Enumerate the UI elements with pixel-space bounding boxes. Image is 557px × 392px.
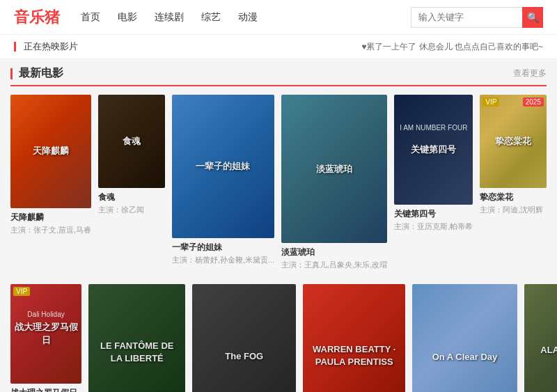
poster-cn-title: 天降麒麟 <box>15 145 88 157</box>
movie-title: 淡蓝琥珀 <box>281 246 387 258</box>
poster-inner: LE FANTÔME DE LA LIBERTÉUN FILM DE LUIS … <box>88 284 185 392</box>
section-more[interactable]: 查看更多 <box>513 68 547 79</box>
nav-movies[interactable]: 电影 <box>118 11 137 24</box>
movie-poster: 天降麒麟 <box>10 95 91 208</box>
movie-info: 天降麒麟 主演：张子文,苗逗,马睿 <box>10 212 91 235</box>
movie-cast: 主演：张子文,苗逗,马睿 <box>10 225 91 235</box>
movie-title: 天降麒麟 <box>10 212 91 224</box>
nav-series[interactable]: 连续剧 <box>155 11 184 24</box>
poster-inner: On A Clear DayBarbra Streisand · Yves Mo… <box>412 284 517 392</box>
movie-poster: The FOGBolt Your Doors, Lock Your Window… <box>192 284 296 392</box>
movie-card[interactable]: ALAIN DELONLE TOUBIB 战地军医 主演：阿兰·德龙,罗纳尔多.… <box>524 284 557 392</box>
movie-grid-row2: Dali Holiday战大理之罗马假日 VIP 战大理之罗马假日 主演：常柄字… <box>10 284 547 392</box>
vip-badge: VIP <box>13 287 30 296</box>
movie-info: 战大理之罗马假日 主演：常柄字,于荣光 <box>10 387 81 392</box>
poster-inner: WARREN BEATTY · PAULA PRENTISSTHE PARALL… <box>303 284 405 392</box>
movie-card[interactable]: 食魂 食魂 主演：徐乙闻 <box>98 95 165 270</box>
search-icon: 🔍 <box>527 12 539 23</box>
poster-cn-title: On A Clear Day <box>418 351 512 363</box>
main-nav: 首页 电影 连续剧 综艺 动漫 <box>81 11 411 24</box>
logo: 音乐猪 <box>14 7 60 28</box>
movie-cast: 主演：阿迪,沈明辉 <box>480 205 547 215</box>
movie-card[interactable]: 一辈子的姐妹 一辈子的姐妹 主演：杨蕾妤,孙金鞭,米黛贡... <box>172 95 274 270</box>
poster-inner: Dali Holiday战大理之罗马假日 <box>10 284 81 384</box>
vip-badge: VIP <box>483 97 499 107</box>
movie-poster: 挚恋棠花 VIP2025 <box>480 95 547 188</box>
banner: 正在热映影片 ♥累了一上午了 休息会儿 也点点自己喜欢的事吧~ <box>0 35 557 59</box>
movie-cast: 主演：王真儿,吕象央,朱乐,改瑁 <box>281 260 387 270</box>
movie-title: 战大理之罗马假日 <box>10 387 81 392</box>
poster-cn-title: The FOG <box>198 350 291 363</box>
nav-animation[interactable]: 动漫 <box>238 11 258 24</box>
movie-title: 挚恋棠花 <box>480 191 547 203</box>
search-box: 🔍 <box>411 7 543 28</box>
movie-grid-row1: 天降麒麟 天降麒麟 主演：张子文,苗逗,马睿 食魂 食魂 主演：徐乙闻 <box>10 95 547 270</box>
banner-title: 正在热映影片 <box>24 40 78 53</box>
search-button[interactable]: 🔍 <box>522 7 543 28</box>
movie-cast: 主演：亚历克斯,帕蒂希 <box>394 221 473 232</box>
banner-right: ♥累了一上午了 休息会儿 也点点自己喜欢的事吧~ <box>361 41 543 53</box>
poster-cn-title: 挚恋棠花 <box>483 135 543 148</box>
poster-inner: 挚恋棠花 <box>480 95 547 188</box>
poster-cn-title: 关键第四号 <box>398 143 469 156</box>
poster-inner: ALAIN DELONLE TOUBIB <box>524 284 557 392</box>
movie-card[interactable]: LE FANTÔME DE LA LIBERTÉUN FILM DE LUIS … <box>88 284 185 392</box>
poster-en-title: Dali Holiday <box>14 309 78 318</box>
poster-cn-title: WARREN BEATTY · PAULA PRENTISS <box>308 343 400 368</box>
movie-info: 挚恋棠花 主演：阿迪,沈明辉 <box>480 191 547 215</box>
movie-card[interactable]: WARREN BEATTY · PAULA PRENTISSTHE PARALL… <box>303 284 405 392</box>
poster-cn-title: 食魂 <box>102 135 162 148</box>
poster-cn-title: 战大理之罗马假日 <box>14 321 78 346</box>
poster-cn-title: LE FANTÔME DE LA LIBERTÉ <box>93 339 180 364</box>
nav-variety[interactable]: 综艺 <box>201 11 221 24</box>
movie-card[interactable]: 天降麒麟 天降麒麟 主演：张子文,苗逗,马睿 <box>10 95 91 270</box>
movie-info: 关键第四号 主演：亚历克斯,帕蒂希 <box>394 208 473 232</box>
section-header: 最新电影 查看更多 <box>10 66 547 86</box>
poster-inner: I AM NUMBER FOUR关键第四号 <box>394 95 473 205</box>
main-content: 最新电影 查看更多 天降麒麟 天降麒麟 主演：张子文,苗逗,马睿 食魂 <box>0 59 557 392</box>
movie-title: 食魂 <box>98 191 165 203</box>
movie-poster: 淡蓝琥珀 <box>281 95 387 243</box>
movie-card[interactable]: 淡蓝琥珀 淡蓝琥珀 主演：王真儿,吕象央,朱乐,改瑁 <box>281 95 387 270</box>
poster-inner: 天降麒麟 <box>10 95 91 208</box>
movie-card[interactable]: Dali Holiday战大理之罗马假日 VIP 战大理之罗马假日 主演：常柄字… <box>10 284 81 392</box>
movie-poster: Dali Holiday战大理之罗马假日 VIP <box>10 284 81 384</box>
movie-poster: On A Clear DayBarbra Streisand · Yves Mo… <box>412 284 517 392</box>
movie-poster: ALAIN DELONLE TOUBIB <box>524 284 557 392</box>
movie-card[interactable]: The FOGBolt Your Doors, Lock Your Window… <box>192 284 296 392</box>
movie-info: 淡蓝琥珀 主演：王真儿,吕象央,朱乐,改瑁 <box>281 246 387 270</box>
poster-sub-title: UN FILM DE LUIS BUNUEL <box>88 389 185 392</box>
poster-inner: 食魂 <box>98 95 165 188</box>
poster-en-title: I AM NUMBER FOUR <box>398 123 469 132</box>
poster-cn-title: 淡蓝琥珀 <box>287 162 382 175</box>
movie-card[interactable]: On A Clear DayBarbra Streisand · Yves Mo… <box>412 284 517 392</box>
movie-poster: I AM NUMBER FOUR关键第四号 <box>394 95 473 205</box>
movie-poster: 食魂 <box>98 95 165 188</box>
movie-info: 食魂 主演：徐乙闻 <box>98 191 165 215</box>
search-input[interactable] <box>411 7 522 28</box>
movie-title: 一辈子的姐妹 <box>172 242 274 253</box>
poster-cn-title: 一辈子的姐妹 <box>177 160 269 173</box>
poster-inner: The FOGBolt Your Doors, Lock Your Window… <box>192 284 296 392</box>
movie-cast: 主演：徐乙闻 <box>98 205 165 215</box>
movie-poster: LE FANTÔME DE LA LIBERTÉUN FILM DE LUIS … <box>88 284 185 392</box>
movie-cast: 主演：杨蕾妤,孙金鞭,米黛贡... <box>172 255 274 265</box>
movie-card[interactable]: 挚恋棠花 VIP2025 挚恋棠花 主演：阿迪,沈明辉 <box>480 95 547 270</box>
movie-poster: WARREN BEATTY · PAULA PRENTISSTHE PARALL… <box>303 284 405 392</box>
movie-title: 关键第四号 <box>394 208 473 220</box>
section-title: 最新电影 <box>10 66 63 81</box>
nav-home[interactable]: 首页 <box>81 11 100 24</box>
poster-cn-title: ALAIN DELON <box>528 344 557 356</box>
banner-left: 正在热映影片 <box>14 40 78 53</box>
header: 音乐猪 首页 电影 连续剧 综艺 动漫 🔍 <box>0 0 557 35</box>
movie-card[interactable]: I AM NUMBER FOUR关键第四号 关键第四号 主演：亚历克斯,帕蒂希 <box>394 95 473 270</box>
poster-inner: 一辈子的姐妹 <box>172 95 274 238</box>
movie-info: 一辈子的姐妹 主演：杨蕾妤,孙金鞭,米黛贡... <box>172 242 274 265</box>
movie-poster: 一辈子的姐妹 <box>172 95 274 238</box>
new-badge: 2025 <box>523 97 544 107</box>
poster-inner: 淡蓝琥珀 <box>281 95 387 243</box>
